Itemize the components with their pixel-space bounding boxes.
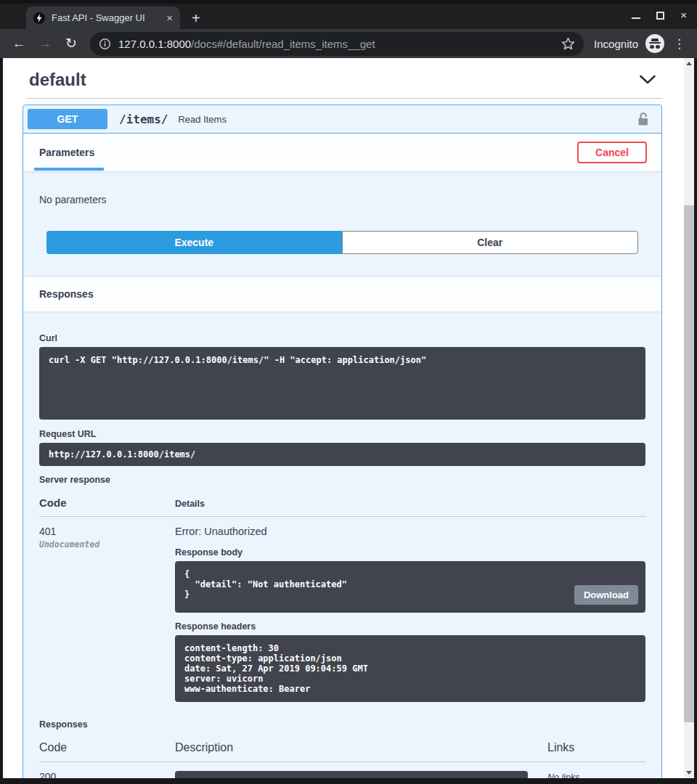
download-button[interactable]: Download	[574, 585, 638, 605]
browser-window: Fast API - Swagger UI × + × ← → ↻ 127.0.…	[0, 0, 697, 784]
code-column-header: Code	[39, 497, 175, 509]
scrollbar-thumb[interactable]	[684, 205, 694, 722]
description-column-header: Description	[175, 741, 547, 754]
http-method-badge: GET	[28, 109, 107, 129]
no-parameters-text: No parameters	[23, 171, 661, 205]
execute-button[interactable]: Execute	[46, 231, 342, 254]
status-undocumented: Undocumented	[39, 539, 175, 550]
response-headers-block: content-length: 30 content-type: applica…	[175, 635, 645, 702]
cancel-button[interactable]: Cancel	[577, 142, 647, 163]
tab-title: Fast API - Swagger UI	[52, 12, 162, 23]
details-column-header: Details	[175, 499, 645, 509]
window-controls: ×	[632, 9, 687, 21]
server-response-table-header: Code Details	[39, 497, 645, 517]
server-response-row: 401 Undocumented Error: Unauthorized Res…	[39, 517, 645, 711]
maximize-button[interactable]	[656, 12, 664, 20]
scroll-up-arrow-icon[interactable]	[684, 58, 694, 69]
code-column-header: Code	[39, 741, 175, 754]
tab-close-icon[interactable]: ×	[166, 12, 173, 23]
collapse-chevron-icon[interactable]	[639, 75, 656, 85]
close-window-button[interactable]: ×	[680, 9, 687, 21]
operation-path: /items/	[119, 113, 168, 126]
incognito-label: Incognito	[594, 38, 638, 50]
fastapi-favicon-icon	[33, 12, 45, 24]
request-url-block: http://127.0.0.1:8000/items/	[39, 443, 645, 466]
responses-table-label: Responses	[39, 719, 645, 730]
scroll-down-arrow-icon[interactable]	[684, 767, 694, 778]
incognito-icon	[645, 34, 664, 53]
tag-section-header[interactable]: default	[26, 58, 662, 99]
reload-button[interactable]: ↻	[62, 36, 80, 52]
opblock-get-items: GET /items/ Read Items Parameters Cancel…	[23, 105, 662, 778]
request-url-label: Request URL	[39, 429, 645, 439]
forward-button[interactable]: →	[36, 36, 54, 52]
links-column-header: Links	[547, 741, 645, 754]
response-description-block: Successful Response	[175, 771, 528, 778]
operation-summary[interactable]: GET /items/ Read Items	[23, 105, 661, 134]
responses-content: Curl curl -X GET "http://127.0.0.1:8000/…	[23, 311, 661, 778]
swagger-page: default GET /items/ Read Items Parameter…	[3, 58, 684, 778]
responses-table-header: Code Description Links	[39, 741, 645, 762]
execute-button-group: Execute Clear	[46, 231, 638, 254]
new-tab-button[interactable]: +	[192, 9, 200, 27]
page-scrollbar[interactable]	[684, 58, 694, 778]
response-headers-label: Response headers	[175, 621, 645, 632]
error-title: Error: Unauthorized	[175, 526, 645, 537]
browser-menu-icon[interactable]: ⋮	[673, 36, 685, 52]
response-code: 200	[39, 771, 175, 778]
back-button[interactable]: ←	[10, 36, 28, 52]
server-response-label: Server response	[39, 475, 645, 485]
browser-toolbar: ← → ↻ 127.0.0.1:8000/docs#/default/read_…	[0, 29, 697, 58]
page-info-icon[interactable]	[99, 38, 111, 50]
tag-title[interactable]: default	[29, 70, 86, 90]
minimize-button[interactable]	[632, 12, 640, 19]
address-bar[interactable]: 127.0.0.1:8000/docs#/default/read_items_…	[90, 32, 584, 56]
tab-parameters[interactable]: Parameters	[39, 147, 94, 158]
parameters-header: Parameters Cancel	[23, 134, 661, 171]
url-path: /docs#/default/read_items_items__get	[191, 38, 375, 50]
status-code: 401	[39, 526, 175, 537]
auth-unlock-icon[interactable]	[636, 110, 651, 128]
curl-command-block: curl -X GET "http://127.0.0.1:8000/items…	[39, 347, 645, 420]
responses-section-header: Responses	[23, 276, 661, 311]
curl-label: Curl	[39, 333, 645, 343]
clear-button[interactable]: Clear	[342, 231, 639, 254]
response-links: No links	[547, 771, 645, 778]
table-row: 200 Successful Response No links	[39, 762, 645, 778]
tab-strip: Fast API - Swagger UI × + ×	[0, 0, 697, 29]
url-host: 127.0.0.1:8000	[118, 38, 191, 50]
response-body-label: Response body	[175, 547, 645, 558]
operation-summary-text: Read Items	[178, 114, 226, 125]
bookmark-star-icon[interactable]	[561, 37, 575, 51]
browser-tab[interactable]: Fast API - Swagger UI ×	[26, 7, 180, 29]
